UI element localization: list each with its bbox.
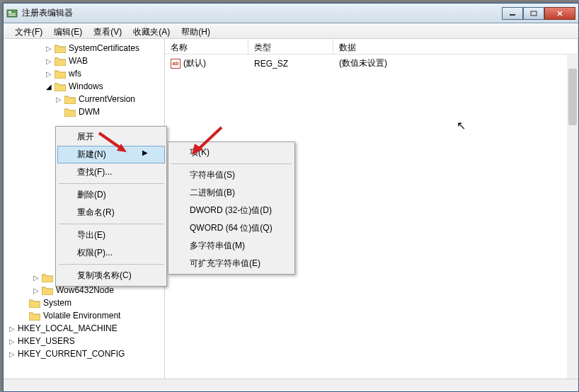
tree-item[interactable]: ▷HKEY_LOCAL_MACHINE [4, 322, 164, 335]
minimize-button[interactable] [502, 7, 523, 20]
ctx-export[interactable]: 导出(E) [57, 226, 165, 244]
tree-item-dwm[interactable]: DWM [4, 105, 164, 118]
statusbar [4, 379, 578, 391]
folder-icon [29, 311, 40, 321]
tree-item[interactable]: ▷WAB [4, 54, 164, 67]
separator [171, 163, 292, 164]
folder-icon [64, 108, 76, 117]
menu-favorites[interactable]: 收藏夹(A) [127, 23, 176, 38]
maximize-button[interactable] [523, 7, 544, 20]
chevron-right-icon[interactable]: ▷ [45, 57, 53, 65]
folder-icon [55, 44, 66, 53]
folder-icon [55, 69, 66, 79]
col-name[interactable]: 名称 [165, 39, 248, 54]
close-button[interactable] [544, 7, 575, 20]
string-value-icon: ab [171, 59, 180, 69]
ctx-new[interactable]: 新建(N)▶ [57, 146, 165, 163]
ctx-expand[interactable]: 展开 [57, 128, 165, 146]
tree-item[interactable]: ◢Windows [4, 80, 164, 93]
folder-icon [55, 57, 66, 66]
chevron-right-icon[interactable]: ▷ [8, 324, 16, 333]
tree-item[interactable]: ▷SystemCertificates [4, 42, 164, 54]
separator [59, 224, 164, 224]
menu-help[interactable]: 帮助(H) [176, 23, 216, 38]
scrollbar-thumb[interactable] [568, 69, 577, 125]
tree-item[interactable]: System [4, 296, 164, 309]
window-title: 注册表编辑器 [22, 7, 502, 19]
chevron-right-icon[interactable]: ▷ [55, 95, 63, 103]
value-name: (默认) [183, 57, 206, 69]
chevron-right-icon[interactable]: ▷ [32, 286, 40, 294]
chevron-right-icon[interactable]: ▷ [8, 337, 16, 345]
ctx-find[interactable]: 查找(F)... [57, 163, 165, 181]
svg-rect-5 [531, 11, 537, 16]
tree-item[interactable]: ▷wfs [4, 67, 164, 80]
tree-item[interactable]: ▷HKEY_CURRENT_CONFIG [4, 347, 164, 360]
folder-icon [42, 286, 53, 295]
registry-editor-window: 注册表编辑器 文件(F) 编辑(E) 查看(V) 收藏夹(A) 帮助(H) ▷S… [3, 3, 579, 392]
folder-icon [42, 273, 53, 282]
context-submenu-new: 项(K) 字符串值(S) 二进制值(B) DWORD (32-位)值(D) QW… [168, 142, 295, 275]
ctx-rename[interactable]: 重命名(R) [57, 204, 165, 221]
menu-edit[interactable]: 编辑(E) [48, 23, 88, 38]
folder-icon [29, 299, 40, 308]
menu-file[interactable]: 文件(F) [9, 23, 48, 38]
app-icon [6, 8, 18, 19]
separator [59, 183, 164, 184]
col-type[interactable]: 类型 [248, 39, 333, 54]
col-data[interactable]: 数据 [333, 39, 578, 54]
ctx-new-key[interactable]: 项(K) [170, 144, 293, 161]
folder-icon [55, 82, 66, 91]
titlebar[interactable]: 注册表编辑器 [4, 4, 578, 23]
list-row[interactable]: ab(默认) REG_SZ (数值未设置) [165, 54, 578, 72]
tree-item[interactable]: ▷CurrentVersion [4, 93, 164, 105]
cursor-icon: ↖ [457, 119, 466, 132]
menu-view[interactable]: 查看(V) [88, 23, 127, 38]
chevron-down-icon[interactable]: ◢ [45, 82, 53, 91]
ctx-copyname[interactable]: 复制项名称(C) [57, 267, 165, 284]
ctx-new-binary[interactable]: 二进制值(B) [170, 184, 293, 202]
chevron-right-icon[interactable]: ▷ [8, 350, 16, 358]
scrollbar[interactable] [567, 54, 578, 391]
menubar: 文件(F) 编辑(E) 查看(V) 收藏夹(A) 帮助(H) [4, 23, 578, 39]
svg-rect-3 [8, 15, 16, 16]
ctx-permissions[interactable]: 权限(P)... [57, 244, 165, 262]
tree-item[interactable]: ▷HKEY_USERS [4, 335, 164, 347]
ctx-new-dword[interactable]: DWORD (32-位)值(D) [170, 202, 293, 219]
list-header: 名称 类型 数据 [165, 39, 578, 54]
svg-rect-1 [8, 11, 11, 13]
chevron-right-icon[interactable]: ▷ [32, 273, 40, 282]
ctx-new-string[interactable]: 字符串值(S) [170, 166, 293, 184]
ctx-new-expand[interactable]: 可扩充字符串值(E) [170, 255, 293, 272]
tree-item[interactable]: Volatile Environment [4, 309, 164, 322]
folder-icon [64, 95, 76, 104]
submenu-arrow-icon: ▶ [142, 149, 148, 161]
chevron-right-icon[interactable]: ▷ [45, 69, 53, 78]
context-menu: 展开 新建(N)▶ 查找(F)... 删除(D) 重命名(R) 导出(E) 权限… [55, 126, 167, 287]
separator [59, 264, 164, 265]
ctx-new-multi[interactable]: 多字符串值(M) [170, 237, 293, 255]
ctx-delete[interactable]: 删除(D) [57, 186, 165, 204]
ctx-new-qword[interactable]: QWORD (64 位)值(Q) [170, 219, 293, 237]
chevron-right-icon[interactable]: ▷ [45, 44, 53, 52]
svg-rect-2 [8, 13, 16, 14]
value-data: (数值未设置) [333, 56, 578, 71]
value-type: REG_SZ [248, 56, 333, 71]
